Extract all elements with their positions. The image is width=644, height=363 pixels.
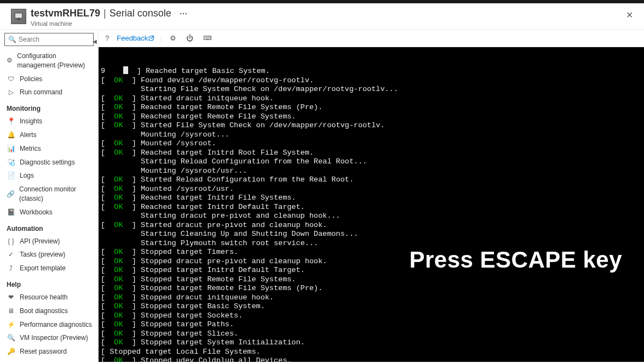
toolbar: ? Feedback | ⚙ ⏻ ⌨ bbox=[99, 30, 644, 47]
console-line: [ OK ] Mounted /sysroot. bbox=[101, 139, 642, 149]
console-line: [ OK ] Stopped target Remote File System… bbox=[101, 284, 642, 293]
sidebar-item-label: Resource health bbox=[20, 293, 67, 302]
sidebar-monitoring-2[interactable]: 📊Metrics bbox=[0, 142, 98, 156]
console-line: Mounting /sysroot/usr... bbox=[101, 167, 642, 176]
menu-icon: 🔑 bbox=[7, 348, 15, 356]
menu-icon: 🛡 bbox=[7, 75, 15, 83]
console-line: [ OK ] Reached target Remote File System… bbox=[101, 112, 642, 122]
sidebar-automation-0[interactable]: { }API (Preview) bbox=[0, 235, 98, 248]
sidebar-item-label: Metrics bbox=[20, 144, 41, 154]
console-line: Starting Cleaning Up and Shutting Down D… bbox=[101, 230, 642, 239]
sidebar-item-label: Performance diagnostics bbox=[20, 320, 92, 330]
section-automation: Automation bbox=[0, 219, 98, 235]
menu-icon: ⤴ bbox=[7, 264, 15, 273]
sidebar-help-3[interactable]: 🔍VM Inspector (Preview) bbox=[0, 331, 98, 345]
sidebar-monitoring-1[interactable]: 🔔Alerts bbox=[0, 128, 98, 142]
sidebar-search[interactable]: 🔍 bbox=[4, 33, 94, 46]
sidebar-monitoring-4[interactable]: 📄Logs bbox=[0, 169, 98, 183]
sidebar-item-label: Insights bbox=[20, 117, 42, 126]
menu-icon: ▷ bbox=[7, 88, 15, 97]
console-line: [ OK ] Stopped target Remote File System… bbox=[101, 275, 642, 285]
sidebar: 🔍 ⚙Configuration management (Preview)🛡Po… bbox=[0, 30, 99, 362]
cursor-block bbox=[123, 66, 128, 74]
svg-rect-0 bbox=[15, 13, 22, 18]
overlay-instruction: Press ESCAPE key bbox=[409, 256, 622, 265]
console-line: [ OK ] Found device /dev/mapper/rootvg-r… bbox=[101, 76, 642, 86]
sidebar-item-label: Export template bbox=[20, 264, 66, 273]
settings-icon[interactable]: ⚙ bbox=[168, 33, 179, 43]
console-line: [ OK ] Started Reload Configuration from… bbox=[101, 175, 642, 185]
svg-rect-2 bbox=[18, 18, 19, 19]
menu-icon: 🔍 bbox=[7, 334, 15, 343]
menu-icon: 📓 bbox=[7, 208, 15, 217]
sidebar-item-label: Reset password bbox=[20, 347, 67, 356]
sidebar-item-label: API (Preview) bbox=[20, 237, 60, 246]
keyboard-icon[interactable]: ⌨ bbox=[201, 33, 214, 43]
console-line: [ OK ] Mounted /sysroot/usr. bbox=[101, 185, 642, 194]
console-line: [ OK ] Started dracut pre-pivot and clea… bbox=[101, 221, 642, 230]
sidebar-monitoring-6[interactable]: 📓Workbooks bbox=[0, 206, 98, 219]
collapse-sidebar-icon[interactable]: ◀ bbox=[93, 38, 97, 44]
sidebar-item-label: Diagnostic settings bbox=[20, 158, 75, 167]
sidebar-help-4[interactable]: 🔑Reset password bbox=[0, 345, 98, 359]
menu-icon: 🖥 bbox=[7, 307, 15, 315]
sidebar-help-1[interactable]: 🖥Boot diagnostics bbox=[0, 304, 98, 318]
sidebar-item-label: Alerts bbox=[20, 131, 37, 140]
sidebar-item-0[interactable]: ⚙Configuration management (Preview) bbox=[0, 49, 98, 72]
svg-rect-1 bbox=[18, 19, 20, 20]
console-line: Starting File System Check on /dev/mappe… bbox=[101, 85, 642, 94]
power-icon[interactable]: ⏻ bbox=[184, 33, 196, 43]
menu-icon: { } bbox=[7, 237, 15, 246]
menu-icon: 📊 bbox=[7, 144, 15, 153]
sidebar-monitoring-0[interactable]: 📍Insights bbox=[0, 115, 98, 128]
sidebar-item-1[interactable]: 🛡Policies bbox=[0, 72, 98, 86]
console-line: [ OK ] Reached target Initrd File System… bbox=[101, 194, 642, 203]
menu-icon: 🔔 bbox=[7, 131, 15, 139]
menu-icon: ↻ bbox=[7, 361, 15, 362]
sidebar-help-2[interactable]: ⚡Performance diagnostics bbox=[0, 318, 98, 332]
resource-type: Virtual machine bbox=[31, 20, 622, 27]
console-line: [ OK ] Stopped dracut initqueue hook. bbox=[101, 293, 642, 303]
more-actions-icon[interactable]: ⋯ bbox=[180, 9, 188, 18]
sidebar-help-0[interactable]: ❤Resource health bbox=[0, 291, 98, 304]
close-button[interactable]: ✕ bbox=[622, 8, 637, 22]
console-line: Mounting /sysroot... bbox=[101, 131, 642, 140]
menu-icon: 🩺 bbox=[7, 158, 15, 167]
section-monitoring: Monitoring bbox=[0, 99, 98, 115]
sidebar-item-label: VM Inspector (Preview) bbox=[20, 333, 88, 343]
console-line: Starting Reload Configuration from the R… bbox=[101, 157, 642, 167]
console-line: [ OK ] Stopped target System Initializat… bbox=[101, 338, 642, 348]
console-line: [ OK ] Stopped target Sockets. bbox=[101, 311, 642, 321]
sidebar-item-2[interactable]: ▷Run command bbox=[0, 86, 98, 99]
console-line: [ OK ] Reached target Initrd Root File S… bbox=[101, 149, 642, 158]
page-title: testvmRHEL79|Serial console ⋯ bbox=[31, 8, 622, 19]
sidebar-monitoring-3[interactable]: 🩺Diagnostic settings bbox=[0, 156, 98, 169]
sidebar-item-label: Logs bbox=[20, 171, 34, 180]
sidebar-item-label: Boot diagnostics bbox=[20, 307, 68, 316]
sidebar-item-label: Policies bbox=[20, 75, 42, 84]
console-line: [ Stopped target Local File Systems. bbox=[101, 348, 642, 357]
sidebar-item-label: Workbooks bbox=[20, 208, 53, 217]
sidebar-item-label: Tasks (preview) bbox=[20, 250, 65, 259]
menu-icon: 📄 bbox=[7, 172, 15, 180]
sidebar-automation-2[interactable]: ⤴Export template bbox=[0, 262, 98, 275]
feedback-link[interactable]: Feedback bbox=[117, 34, 154, 42]
console-line: [ OK ] Started File System Check on /dev… bbox=[101, 121, 642, 131]
page-name: Serial console bbox=[110, 8, 171, 19]
sidebar-monitoring-5[interactable]: 🔗Connection monitor (classic) bbox=[0, 183, 98, 206]
serial-console-output[interactable]: 9 ] Reached target Basic System.[ OK ] F… bbox=[99, 47, 644, 362]
search-icon: 🔍 bbox=[8, 36, 16, 43]
search-input[interactable] bbox=[19, 36, 99, 43]
menu-icon: ✓ bbox=[7, 251, 15, 259]
console-line: [ OK ] Stopped udev Coldplug all Devices… bbox=[101, 356, 642, 362]
menu-icon: ⚡ bbox=[7, 320, 15, 329]
help-icon[interactable]: ? bbox=[103, 33, 111, 43]
console-line: [ OK ] Stopped target Basic System. bbox=[101, 302, 642, 311]
menu-icon: 📍 bbox=[7, 117, 15, 126]
console-line: 9 ] Reached target Basic System. bbox=[101, 66, 642, 76]
blade-header: testvmRHEL79|Serial console ⋯ Virtual ma… bbox=[0, 3, 644, 30]
section-help: Help bbox=[0, 275, 98, 291]
sidebar-automation-1[interactable]: ✓Tasks (preview) bbox=[0, 248, 98, 262]
sidebar-help-5[interactable]: ↻Redeploy + reapply bbox=[0, 359, 98, 362]
sidebar-item-label: Redeploy + reapply bbox=[20, 361, 77, 362]
